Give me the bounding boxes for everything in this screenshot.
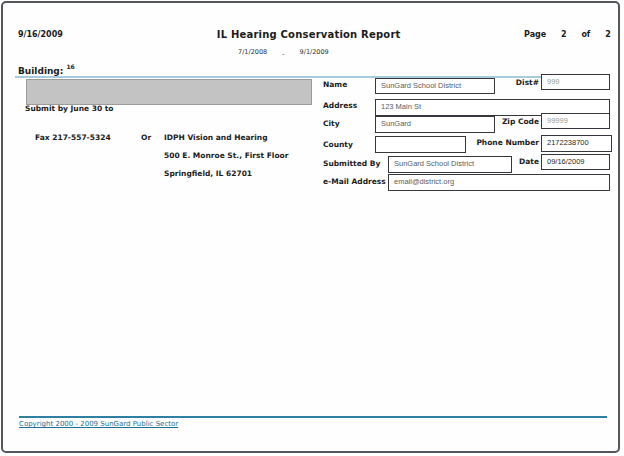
page-of-label: of <box>581 30 590 39</box>
page-total: 2 <box>605 30 611 39</box>
report-title: IL Hearing Conservation Report <box>217 29 401 40</box>
zip-label: Zip Code <box>443 117 539 126</box>
submit-note: Submit by June 30 to <box>25 104 114 113</box>
date-range-start: 7/1/2008 <box>238 48 267 56</box>
date-range-end: 9/1/2009 <box>300 48 329 56</box>
date-field[interactable]: 09/16/2009 <box>541 154 610 170</box>
building-row: Building:16 <box>18 64 75 76</box>
building-number: 16 <box>66 63 74 70</box>
name-label: Name <box>323 80 347 89</box>
zip-field[interactable]: 99999 <box>541 113 610 129</box>
recipient-name: IDPH Vision and Hearing <box>164 133 268 142</box>
dist-label: Dist# <box>443 78 539 87</box>
print-date: 9/16/2009 <box>18 30 63 39</box>
or-label: Or <box>141 133 151 142</box>
page-label: Page <box>524 30 546 39</box>
fax-number: Fax 217-557-5324 <box>35 133 111 142</box>
city-label: City <box>323 119 340 128</box>
dist-field[interactable]: 999 <box>541 74 610 90</box>
address-label: Address <box>323 101 357 110</box>
phone-label: Phone Number <box>443 138 539 147</box>
date-range-separator: - <box>282 50 284 58</box>
recipient-city: Springfield, IL 62701 <box>164 169 252 178</box>
phone-field[interactable]: 2172238700 <box>541 135 612 152</box>
redacted-gray-box <box>26 79 312 105</box>
building-label: Building: <box>18 66 63 76</box>
submitted-by-label: Submitted By <box>323 159 380 168</box>
page-indicator: Page 2 of 2 <box>524 30 611 39</box>
copyright-link[interactable]: Copyright 2000 - 2009 SunGard Public Sec… <box>19 420 178 428</box>
report-canvas: 9/16/2009 IL Hearing Conservation Report… <box>0 0 624 456</box>
date-label: Date <box>443 157 539 166</box>
email-field[interactable]: email@district.org <box>388 174 610 191</box>
recipient-street: 500 E. Monroe St., First Floor <box>164 151 288 160</box>
email-label: e-Mail Address <box>323 177 386 186</box>
page-current: 2 <box>561 30 567 39</box>
footer-rule <box>19 416 607 418</box>
county-label: County <box>323 140 353 149</box>
report-date-range: 7/1/2008-9/1/2009 <box>238 48 329 56</box>
report-page: 9/16/2009 IL Hearing Conservation Report… <box>1 1 620 453</box>
